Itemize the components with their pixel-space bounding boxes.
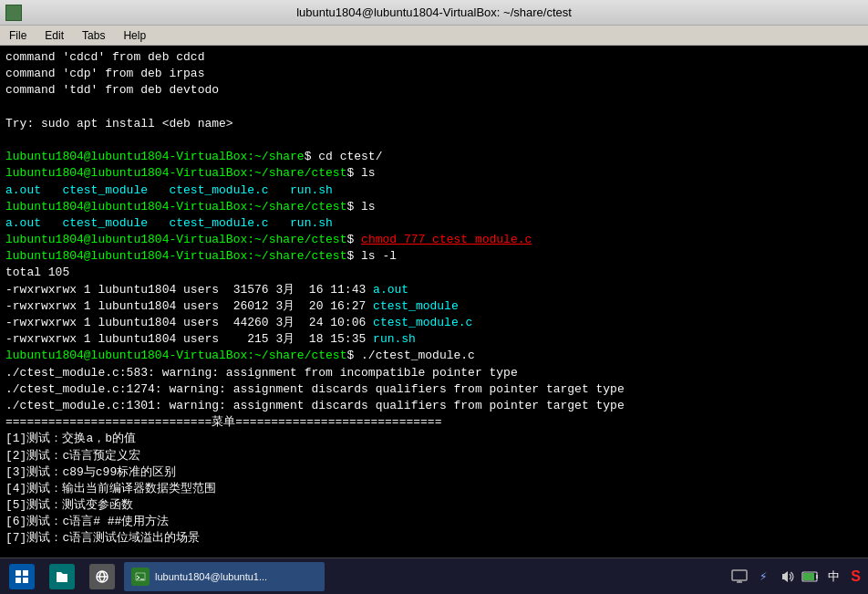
terminal-icon: [5, 5, 22, 21]
taskbar-volume-icon[interactable]: [777, 567, 797, 587]
terminal-line: lubuntu1804@lubuntu1804-VirtualBox:~/sha…: [5, 232, 863, 248]
taskbar-browser-button[interactable]: [84, 562, 120, 591]
terminal-line: -rwxrwxrwx 1 lubuntu1804 users 215 3月 18…: [5, 331, 863, 348]
title-bar: lubuntu1804@lubuntu1804-VirtualBox: ~/sh…: [0, 0, 868, 26]
taskbar-lang[interactable]: 中: [824, 568, 843, 585]
terminal-line: Try: sudo apt install <deb name>: [5, 116, 863, 132]
terminal: command 'cdcd' from deb cdcd command 'cd…: [0, 46, 868, 558]
svg-rect-3: [23, 578, 28, 583]
taskbar-monitor-icon[interactable]: [729, 567, 749, 587]
terminal-line: -rwxrwxrwx 1 lubuntu1804 users 44260 3月 …: [5, 315, 863, 331]
terminal-line: [3]测试：c89与c99标准的区别: [5, 464, 863, 481]
terminal-line: -rwxrwxrwx 1 lubuntu1804 users 26012 3月 …: [5, 298, 863, 315]
terminal-line: ./ctest_module.c:1274: warning: assignme…: [5, 381, 863, 398]
terminal-line: total 105: [5, 265, 863, 281]
taskbar-right: ⚡ 中 S: [729, 567, 864, 587]
files-icon: [49, 564, 75, 589]
terminal-line: a.out ctest_module ctest_module.c run.sh: [5, 215, 863, 232]
start-icon: [9, 564, 35, 589]
menu-help[interactable]: Help: [118, 27, 151, 44]
terminal-line: lubuntu1804@lubuntu1804-VirtualBox:~/sha…: [5, 149, 863, 165]
svg-rect-1: [23, 570, 28, 576]
terminal-line: -rwxrwxrwx 1 lubuntu1804 users 31576 3月 …: [5, 282, 863, 298]
terminal-line: [6]测试：c语言# ##使用方法: [5, 514, 863, 530]
terminal-line: lubuntu1804@lubuntu1804-VirtualBox:~/sha…: [5, 248, 863, 265]
browser-icon: [89, 564, 115, 589]
terminal-line: command 'cdp' from deb irpas: [5, 66, 863, 82]
menu-edit[interactable]: Edit: [39, 27, 69, 44]
terminal-line: lubuntu1804@lubuntu1804-VirtualBox:~/sha…: [5, 199, 863, 215]
title-text: lubuntu1804@lubuntu1804-VirtualBox: ~/sh…: [296, 5, 572, 19]
terminal-line: =============================菜单=========…: [5, 414, 863, 431]
terminal-line: [7]测试：c语言测试位域溢出的场景: [5, 530, 863, 547]
terminal-line: [1]测试：交换a，b的值: [5, 431, 863, 447]
terminal-line: lubuntu1804@lubuntu1804-VirtualBox:~/sha…: [5, 165, 863, 182]
terminal-line: command 'cdcd' from deb cdcd: [5, 49, 863, 66]
terminal-line: [5, 99, 863, 116]
terminal-line: a.out ctest_module ctest_module.c run.sh: [5, 182, 863, 199]
svg-rect-7: [803, 573, 814, 580]
menu-tabs[interactable]: Tabs: [77, 27, 110, 44]
svg-rect-2: [16, 578, 21, 583]
terminal-line: ./ctest_module.c:583: warning: assignmen…: [5, 365, 863, 381]
taskbar: lubuntu1804@lubuntu1... ⚡ 中 S: [0, 558, 868, 594]
terminal-line: ./ctest_module.c:1301: warning: assignme…: [5, 398, 863, 414]
taskbar-start-button[interactable]: [4, 562, 40, 591]
svg-rect-0: [16, 570, 21, 576]
svg-rect-5: [732, 570, 747, 580]
terminal-taskbar-icon: [131, 568, 150, 586]
terminal-line: [4]测试：输出当前编译器数据类型范围: [5, 481, 863, 497]
taskbar-files-button[interactable]: [44, 562, 80, 591]
terminal-line: [2]测试：c语言预定义宏: [5, 448, 863, 464]
terminal-line: [5]测试：测试变参函数: [5, 497, 863, 514]
terminal-line: lubuntu1804@lubuntu1804-VirtualBox:~/sha…: [5, 348, 863, 364]
menu-bar: File Edit Tabs Help: [0, 26, 868, 46]
taskbar-terminal-label: lubuntu1804@lubuntu1...: [155, 571, 267, 582]
taskbar-terminal-window[interactable]: lubuntu1804@lubuntu1...: [124, 562, 325, 591]
taskbar-battery-icon[interactable]: [801, 567, 821, 587]
taskbar-red-app[interactable]: S: [847, 568, 864, 585]
terminal-line: [5, 132, 863, 149]
menu-file[interactable]: File: [4, 27, 32, 44]
terminal-line: command 'tdd' from deb devtodo: [5, 82, 863, 99]
taskbar-bluetooth-icon[interactable]: ⚡: [753, 567, 773, 587]
